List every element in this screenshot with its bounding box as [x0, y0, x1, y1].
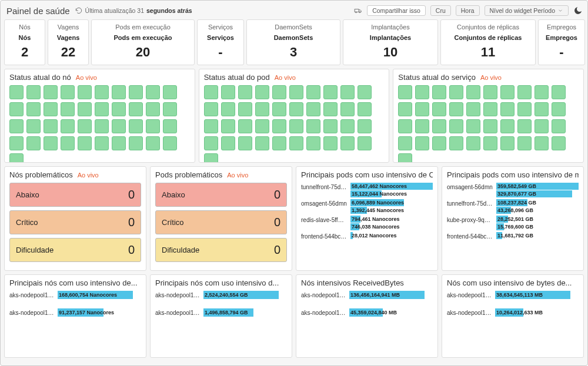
- status-cell[interactable]: [552, 136, 566, 150]
- status-cell[interactable]: [9, 119, 24, 133]
- status-cell[interactable]: [129, 85, 143, 99]
- status-cell[interactable]: [255, 102, 269, 116]
- status-cell[interactable]: [61, 85, 75, 99]
- status-cell[interactable]: [255, 85, 269, 99]
- status-cell[interactable]: [163, 85, 177, 99]
- status-cell[interactable]: [61, 119, 75, 133]
- problem-row[interactable]: Crítico0: [9, 210, 141, 234]
- summary-card[interactable]: Conjuntos de réplicasConjuntos de réplic…: [440, 19, 536, 65]
- status-cell[interactable]: [204, 119, 218, 133]
- status-cell[interactable]: [26, 119, 41, 133]
- bar-item[interactable]: kube-proxy-9qgnh28,252,501 GB15,769,600 …: [447, 216, 579, 231]
- status-cell[interactable]: [415, 136, 429, 150]
- status-cell[interactable]: [146, 136, 160, 150]
- status-cell[interactable]: [272, 85, 286, 99]
- bar-item[interactable]: frontend-544bc4dd..11,681,792 GB: [447, 232, 579, 240]
- status-cell[interactable]: [112, 102, 126, 116]
- status-cell[interactable]: [44, 119, 58, 133]
- status-cell[interactable]: [26, 85, 41, 99]
- status-cell[interactable]: [221, 85, 235, 99]
- status-cell[interactable]: [112, 119, 126, 133]
- status-cell[interactable]: [163, 119, 177, 133]
- status-cell[interactable]: [415, 119, 429, 133]
- status-cell[interactable]: [44, 85, 58, 99]
- status-cell[interactable]: [534, 102, 549, 116]
- node-bar[interactable]: aks-nodepool1-30..168,600,754 Nanocores: [9, 291, 141, 299]
- status-cell[interactable]: [306, 102, 320, 116]
- status-cell[interactable]: [500, 102, 514, 116]
- status-cell[interactable]: [163, 102, 177, 116]
- status-cell[interactable]: [272, 119, 286, 133]
- status-cell[interactable]: [9, 153, 24, 163]
- summary-card[interactable]: ServiçosServiços-: [197, 19, 244, 65]
- status-cell[interactable]: [9, 102, 24, 116]
- status-cell[interactable]: [552, 119, 566, 133]
- status-cell[interactable]: [466, 119, 480, 133]
- status-cell[interactable]: [534, 119, 549, 133]
- status-cell[interactable]: [129, 119, 143, 133]
- status-cell[interactable]: [483, 119, 497, 133]
- problem-row[interactable]: Dificuldade0: [155, 238, 287, 262]
- status-cell[interactable]: [449, 136, 463, 150]
- status-cell[interactable]: [340, 119, 355, 133]
- status-cell[interactable]: [129, 102, 143, 116]
- node-bar[interactable]: aks-nodepool1-30..136,456,164,941 MB: [301, 291, 433, 299]
- problem-row[interactable]: Abaixo0: [155, 183, 287, 207]
- status-cell[interactable]: [204, 136, 218, 150]
- status-cell[interactable]: [163, 136, 177, 150]
- status-cell[interactable]: [95, 102, 109, 116]
- node-bar[interactable]: aks-nodepool1-30..1,496,858,794 GB: [155, 308, 287, 317]
- widget-period-dropdown[interactable]: Nível do widget Período: [485, 5, 569, 16]
- problem-row[interactable]: Crítico0: [155, 210, 287, 234]
- summary-card[interactable]: NósNós2: [4, 19, 45, 65]
- status-cell[interactable]: [9, 136, 24, 150]
- status-cell[interactable]: [432, 102, 446, 116]
- status-cell[interactable]: [432, 119, 446, 133]
- summary-card[interactable]: VagensVagens22: [48, 19, 89, 65]
- status-cell[interactable]: [398, 119, 412, 133]
- status-cell[interactable]: [323, 119, 338, 133]
- status-cell[interactable]: [483, 85, 497, 99]
- status-cell[interactable]: [306, 136, 320, 150]
- status-cell[interactable]: [415, 85, 429, 99]
- status-cell[interactable]: [534, 85, 549, 99]
- status-cell[interactable]: [289, 102, 303, 116]
- status-cell[interactable]: [517, 102, 532, 116]
- status-cell[interactable]: [238, 119, 252, 133]
- status-cell[interactable]: [221, 102, 235, 116]
- raw-button[interactable]: Cru: [430, 5, 451, 16]
- status-cell[interactable]: [272, 102, 286, 116]
- status-cell[interactable]: [238, 136, 252, 150]
- status-cell[interactable]: [500, 119, 514, 133]
- status-cell[interactable]: [221, 119, 235, 133]
- status-cell[interactable]: [289, 119, 303, 133]
- status-cell[interactable]: [44, 136, 58, 150]
- status-cell[interactable]: [358, 85, 372, 99]
- status-cell[interactable]: [238, 85, 252, 99]
- status-cell[interactable]: [238, 102, 252, 116]
- status-cell[interactable]: [449, 119, 463, 133]
- status-cell[interactable]: [449, 85, 463, 99]
- status-cell[interactable]: [78, 119, 92, 133]
- node-bar[interactable]: aks-nodepool1-30..45,359,024,840 MB: [301, 308, 433, 317]
- status-cell[interactable]: [146, 119, 160, 133]
- status-cell[interactable]: [221, 136, 235, 150]
- status-cell[interactable]: [552, 85, 566, 99]
- status-cell[interactable]: [146, 85, 160, 99]
- status-cell[interactable]: [204, 102, 218, 116]
- status-cell[interactable]: [95, 119, 109, 133]
- status-cell[interactable]: [129, 136, 143, 150]
- bar-item[interactable]: tunnelfront-75dbf6..58,447,462 Nanocores…: [301, 183, 433, 198]
- status-cell[interactable]: [340, 85, 355, 99]
- hour-button[interactable]: Hora: [456, 5, 480, 16]
- status-cell[interactable]: [358, 119, 372, 133]
- status-cell[interactable]: [289, 136, 303, 150]
- status-cell[interactable]: [9, 85, 24, 99]
- status-cell[interactable]: [95, 85, 109, 99]
- status-cell[interactable]: [398, 102, 412, 116]
- status-cell[interactable]: [204, 85, 218, 99]
- bar-item[interactable]: frontend-544bc4dd..28,012 Nanocores: [301, 232, 433, 240]
- share-button[interactable]: Compartilhar isso: [367, 5, 426, 16]
- status-cell[interactable]: [432, 85, 446, 99]
- status-cell[interactable]: [306, 85, 320, 99]
